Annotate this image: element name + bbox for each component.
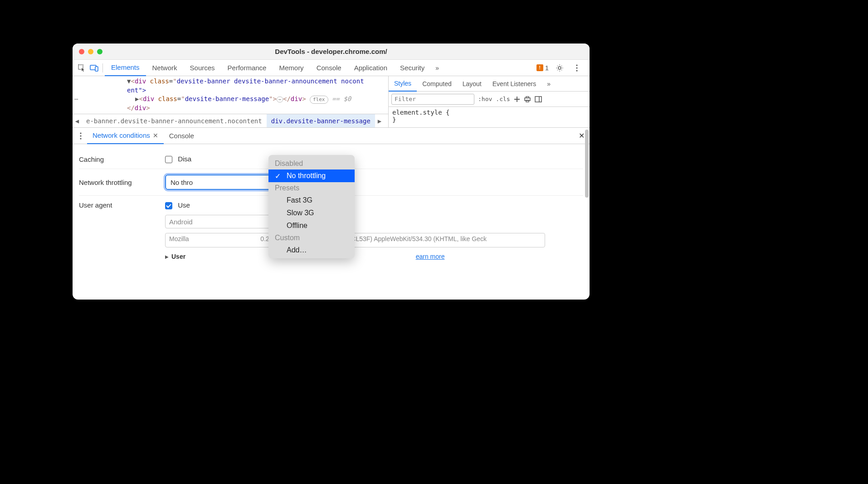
dom-line[interactable]: ent"> [127, 86, 384, 95]
expand-triangle-icon: ▶ [165, 254, 169, 259]
eq-zero-hint: == $0 [332, 95, 351, 102]
breadcrumbs: ◀ e-banner.devsite-banner-announcement.n… [73, 114, 388, 127]
svg-rect-10 [535, 97, 541, 102]
styles-filter-input[interactable] [391, 94, 474, 105]
checkbox-checked-icon [165, 202, 172, 209]
svg-rect-2 [95, 67, 98, 71]
styles-tabs: Styles Computed Layout Event Listeners » [389, 76, 590, 92]
dropdown-group-header: Custom [268, 232, 355, 244]
expand-ellipsis-icon[interactable]: ⋯ [277, 97, 283, 102]
issues-count: 1 [545, 64, 549, 72]
settings-icon[interactable] [553, 62, 566, 74]
inspect-element-icon[interactable] [75, 62, 88, 74]
dropdown-item-add[interactable]: Add… [268, 244, 355, 257]
tab-security[interactable]: Security [394, 60, 431, 76]
drawer-tab-network-conditions[interactable]: Network conditions ✕ [87, 128, 164, 144]
svg-point-5 [576, 67, 577, 68]
device-mode-icon[interactable] [88, 62, 101, 74]
styles-tab-computed[interactable]: Computed [417, 76, 457, 92]
throttling-select-value: No thro [171, 179, 193, 186]
flex-badge[interactable]: flex [310, 96, 328, 103]
breadcrumb-left-arrow-icon[interactable]: ◀ [73, 117, 82, 125]
tab-elements[interactable]: Elements [105, 60, 146, 76]
breadcrumb-right-arrow-icon[interactable]: ▶ [375, 117, 384, 125]
drawer-tab-label: Network conditions [93, 131, 150, 139]
issues-button[interactable]: ! 1 [536, 64, 549, 72]
throttling-dropdown: Disabled No throttling Presets Fast 3G S… [268, 155, 355, 258]
svg-point-6 [576, 70, 577, 71]
window-controls [79, 49, 102, 54]
checkbox-icon [165, 156, 172, 163]
styles-body[interactable]: element.style { } [389, 107, 590, 127]
breadcrumb-item-selected[interactable]: div.devsite-banner-message [267, 114, 375, 127]
dom-line[interactable]: ▶<div class="devsite-banner-message">⋯</… [127, 95, 384, 104]
dropdown-item-fast-3g[interactable]: Fast 3G [268, 194, 355, 207]
dom-attr-value: devsite-banner devsite-banner-announceme… [177, 77, 364, 85]
main-toolbar: Elements Network Sources Performance Mem… [73, 60, 590, 76]
issues-icon: ! [536, 64, 543, 71]
svg-point-12 [80, 132, 81, 134]
use-browser-default-text: Use [178, 201, 190, 209]
tab-network[interactable]: Network [146, 60, 184, 76]
titlebar: DevTools - developer.chrome.com/ [73, 44, 590, 60]
dropdown-item-no-throttling[interactable]: No throttling [268, 169, 355, 182]
svg-point-14 [80, 138, 81, 139]
computed-sidebar-icon[interactable] [535, 96, 542, 102]
tab-application[interactable]: Application [348, 60, 394, 76]
window-title: DevTools - developer.chrome.com/ [73, 48, 590, 55]
tab-performance[interactable]: Performance [221, 60, 273, 76]
styles-tab-layout[interactable]: Layout [457, 76, 487, 92]
tab-console[interactable]: Console [310, 60, 348, 76]
styles-tab-event-listeners[interactable]: Event Listeners [487, 76, 542, 92]
styles-tab-styles[interactable]: Styles [389, 76, 417, 92]
caching-label: Caching [79, 155, 165, 163]
hov-toggle[interactable]: :hov [478, 96, 492, 102]
svg-point-13 [80, 135, 81, 136]
more-tabs-icon[interactable]: » [431, 62, 444, 74]
drawer-tabs: Network conditions ✕ Console ✕ [73, 128, 590, 144]
tab-memory[interactable]: Memory [273, 60, 310, 76]
scrollbar-thumb[interactable] [585, 130, 589, 198]
close-window-button[interactable] [79, 49, 84, 54]
minimize-window-button[interactable] [88, 49, 93, 54]
drawer-kebab-icon[interactable] [74, 130, 87, 142]
style-rule-line: } [392, 116, 586, 123]
cls-toggle[interactable]: .cls [496, 96, 510, 102]
use-browser-default-checkbox[interactable]: Use [165, 201, 190, 209]
dom-line[interactable]: ▼<div class="devsite-banner devsite-bann… [127, 77, 384, 86]
dropdown-item-offline[interactable]: Offline [268, 219, 355, 232]
dom-line[interactable]: </div> [127, 104, 384, 113]
new-style-rule-icon[interactable] [514, 96, 520, 102]
styles-more-tabs-icon[interactable]: » [541, 76, 556, 92]
svg-rect-8 [526, 97, 529, 98]
close-tab-icon[interactable]: ✕ [153, 132, 158, 139]
style-rule-line: element.style { [392, 109, 586, 116]
breadcrumb-item[interactable]: e-banner.devsite-banner-announcement.noc… [82, 114, 267, 127]
drawer-tab-label: Console [169, 132, 194, 140]
svg-rect-9 [526, 100, 529, 102]
toolbar-right: ! 1 [536, 62, 587, 74]
user-agent-label: User agent [79, 201, 165, 209]
ua-preset-left: Android [169, 218, 193, 226]
svg-point-3 [558, 67, 561, 69]
learn-more-link[interactable]: earn more [416, 253, 445, 260]
zoom-window-button[interactable] [97, 49, 102, 54]
print-media-icon[interactable] [524, 96, 531, 102]
dom-tree[interactable]: … ▼<div class="devsite-banner devsite-ba… [73, 76, 388, 114]
styles-pane: Styles Computed Layout Event Listeners »… [389, 76, 590, 127]
svg-point-4 [576, 64, 577, 66]
elements-split: … ▼<div class="devsite-banner devsite-ba… [73, 76, 590, 128]
drawer-tab-console[interactable]: Console [164, 128, 200, 144]
ua-string-textarea: Mozilla 0.2; en-us; Galaxy Nexus Build/I… [165, 233, 545, 247]
toolbar-separator [102, 63, 103, 73]
kebab-menu-icon[interactable] [571, 62, 583, 74]
tab-sources[interactable]: Sources [184, 60, 221, 76]
styles-toolbar: :hov .cls [389, 92, 590, 107]
disable-cache-label-text: Disa [178, 155, 191, 163]
devtools-window: DevTools - developer.chrome.com/ Element… [73, 44, 590, 300]
throttling-label: Network throttling [79, 179, 165, 186]
dropdown-item-slow-3g[interactable]: Slow 3G [268, 207, 355, 219]
disable-cache-checkbox[interactable]: Disa [165, 155, 191, 163]
client-hints-row[interactable]: ▶ User earn more [165, 253, 583, 260]
elements-pane: … ▼<div class="devsite-banner devsite-ba… [73, 76, 389, 127]
